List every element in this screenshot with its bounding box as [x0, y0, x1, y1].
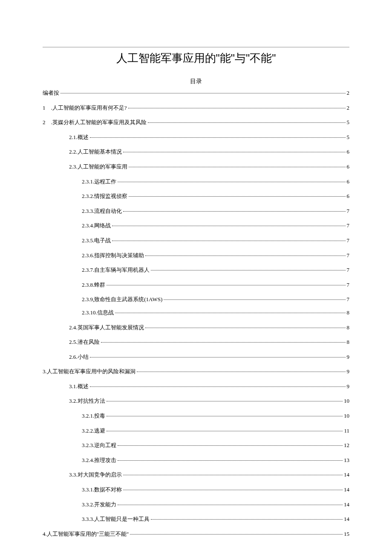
toc-entry: 2.1.概述5 [43, 134, 349, 141]
toc-leader-dots [112, 241, 345, 241]
toc-entry-page: 2 [347, 105, 350, 111]
toc-entry: 3.2.3.逆向工程12 [43, 442, 349, 449]
toc-entry-page: 10 [344, 413, 349, 419]
toc-entry-page: 13 [344, 457, 349, 464]
toc-entry-page: 7 [347, 252, 350, 259]
toc-entry: 3.3.3.人工智能只是一种工具14 [43, 516, 349, 523]
toc-entry-label: 2.3.10.信息战 [82, 309, 114, 316]
toc-leader-dots [128, 108, 346, 108]
toc-entry-page: 6 [347, 148, 350, 155]
toc-entry-page: 10 [344, 398, 349, 404]
toc-entry: 2.3.8.蜂群7 [43, 282, 349, 288]
toc-entry-label: 2.3.9,致命性自主武器系统(1AWS) [82, 296, 162, 303]
toc-entry: 2.2.人工智能基本情况6 [43, 148, 349, 155]
toc-entry-label: 3.2.1.投毒 [82, 413, 105, 419]
toc-leader-dots [118, 505, 343, 505]
toc-entry-page: 7 [347, 237, 350, 244]
toc-leader-dots [151, 270, 345, 270]
toc-leader-dots [145, 328, 346, 328]
toc-entry-label: 3.3.1.数据不对称 [82, 486, 122, 493]
toc-leader-dots [90, 137, 346, 138]
toc-entry-label: 2.6.小结 [69, 354, 89, 360]
toc-entry-label: 2.3.7.自主车辆与军用机器人 [82, 267, 150, 273]
toc-entry-label: 1 .人工智能的军事应用有何不足? [43, 105, 127, 111]
toc-entry: 3.人工智能在军事应用中的风险和漏洞 9 [43, 368, 349, 375]
toc-entry-page: 9 [347, 354, 350, 360]
toc-leader-dots [123, 475, 343, 475]
toc-entry-page: 7 [347, 267, 350, 273]
toc-leader-dots [130, 534, 343, 535]
toc-entry-label: 2.3.2.情报监视侦察 [82, 193, 127, 200]
toc-entry: 3.1.概述9 [43, 383, 349, 390]
toc-entry-page: 6 [347, 178, 350, 185]
toc-entry-label: 2.3.3.流程自动化 [82, 208, 122, 215]
toc-entry: 2.3.6.指挥控制与决策辅助7 [43, 252, 349, 259]
table-of-contents: 编者按21 .人工智能的军事应用有何不足?22 .英媒分析人工智能的军事应用及其… [43, 90, 349, 537]
toc-entry: 3.2.1.投毒10 [43, 413, 349, 419]
toc-entry: 2.6.小结9 [43, 354, 349, 360]
toc-entry-label: 2.3.6.指挥控制与决策辅助 [82, 252, 144, 259]
toc-heading: 目录 [43, 78, 349, 85]
toc-entry: 3.2.2.逃避11 [43, 427, 349, 434]
toc-entry-page: 8 [347, 309, 350, 316]
toc-entry-label: 3.3.3.人工智能只是一种工具 [82, 516, 150, 523]
toc-leader-dots [61, 93, 346, 93]
toc-leader-dots [148, 122, 346, 123]
toc-leader-dots [123, 490, 343, 490]
toc-entry: 2.3.9,致命性自主武器系统(1AWS)7 [43, 296, 349, 303]
toc-leader-dots [123, 211, 345, 212]
toc-leader-dots [115, 313, 346, 313]
document-page: 人工智能军事应用的"能"与"不能" 目录 编者按21 .人工智能的军事应用有何不… [0, 0, 392, 555]
toc-entry: 2 .英媒分析人工智能的军事应用及其风险 5 [43, 119, 349, 126]
toc-leader-dots [118, 182, 345, 182]
toc-entry-label: 3.2.4.推理攻击 [82, 457, 116, 464]
toc-leader-dots [151, 519, 343, 520]
toc-entry: 3.3.2.开发能力14 [43, 501, 349, 508]
toc-leader-dots [137, 372, 346, 372]
toc-entry: 2.3.3.流程自动化7 [43, 208, 349, 215]
toc-entry: 2.4.英国军事人工智能发展情况8 [43, 324, 349, 331]
toc-leader-dots [118, 460, 343, 461]
toc-entry-page: 8 [347, 339, 350, 346]
toc-entry: 3.3.对大国竞争的启示14 [43, 471, 349, 478]
toc-entry-page: 15 [344, 531, 349, 538]
toc-entry: 2.3.1.远程工作6 [43, 178, 349, 185]
toc-entry-page: 11 [344, 427, 349, 434]
toc-entry-page: 7 [347, 208, 350, 215]
toc-entry-label: 3.人工智能在军事应用中的风险和漏洞 [43, 368, 135, 375]
toc-leader-dots [107, 401, 343, 401]
toc-entry-label: 3.2.3.逆向工程 [82, 442, 116, 449]
document-title: 人工智能军事应用的"能"与"不能" [43, 51, 349, 66]
toc-entry: 2.3.10.信息战8 [43, 309, 349, 316]
toc-leader-dots [101, 342, 346, 343]
toc-entry-label: 2.3.4.网络战 [82, 222, 111, 229]
toc-entry-page: 6 [347, 163, 350, 170]
toc-leader-dots [164, 299, 345, 300]
toc-entry-page: 8 [347, 324, 350, 331]
toc-leader-dots [90, 357, 346, 357]
toc-entry: 2.3.2.情报监视侦察6 [43, 193, 349, 200]
toc-entry-page: 5 [347, 119, 350, 126]
toc-leader-dots [129, 196, 345, 197]
toc-entry-label: 2.2.人工智能基本情况 [69, 148, 122, 155]
toc-entry: 4.人工智能军事应用的"三能三不能" 15 [43, 531, 349, 538]
toc-entry-label: 3.2.2.逃避 [82, 427, 105, 434]
toc-leader-dots [123, 152, 346, 152]
toc-entry: 编者按2 [43, 90, 349, 96]
toc-entry: 2.3.5.电子战7 [43, 237, 349, 244]
toc-entry-page: 5 [347, 134, 350, 141]
toc-leader-dots [112, 226, 345, 226]
toc-leader-dots [107, 431, 343, 431]
toc-entry-page: 14 [344, 471, 349, 478]
toc-entry: 1 .人工智能的军事应用有何不足?2 [43, 105, 349, 111]
toc-entry-label: 3.3.2.开发能力 [82, 501, 116, 508]
toc-entry-page: 7 [347, 222, 350, 229]
toc-entry-page: 7 [347, 282, 350, 288]
toc-entry-page: 14 [344, 501, 349, 508]
toc-entry-label: 2.3.人工智能的军事应用 [69, 163, 127, 170]
toc-entry-label: 3.3.对大国竞争的启示 [69, 471, 122, 478]
toc-entry: 2.3.4.网络战7 [43, 222, 349, 229]
toc-entry-page: 6 [347, 193, 350, 200]
toc-entry-label: 2.3.5.电子战 [82, 237, 111, 244]
toc-entry: 2.3.人工智能的军事应用6 [43, 163, 349, 170]
